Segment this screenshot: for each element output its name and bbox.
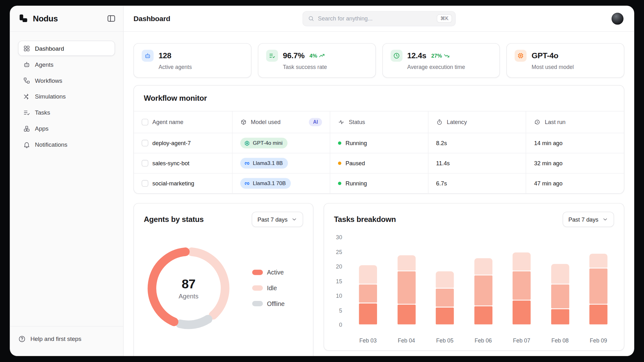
bar-segment <box>359 303 377 325</box>
help-link[interactable]: Help and first steps <box>18 331 115 347</box>
sidebar-item-workflows[interactable]: Workflows <box>18 73 115 88</box>
stat-label: Active agents <box>158 64 243 71</box>
sidebar-item-label: Simulations <box>35 93 66 100</box>
x-axis-label: Feb 07 <box>503 337 540 344</box>
status-label: Running <box>346 180 367 187</box>
bar-feb-09 <box>589 254 607 325</box>
search-input[interactable]: Search for anything... ⌘K <box>302 11 455 26</box>
status-dot <box>338 141 341 144</box>
workflow-table: Agent nameModel usedAIStatusLatencyLast … <box>134 111 624 193</box>
tasks-breakdown-card: Tasks breakdown Past 7 days 051015202530… <box>324 203 624 351</box>
select-all-checkbox[interactable] <box>142 119 148 125</box>
y-axis-label: 25 <box>324 249 342 256</box>
sidebar-item-apps[interactable]: Apps <box>18 121 115 136</box>
bar-segment <box>551 284 569 308</box>
column-header-status: Status <box>330 111 428 133</box>
bar-feb-07 <box>513 252 530 324</box>
legend-item-offline: Offline <box>252 298 285 308</box>
table-row-sales-sync-bot[interactable]: sales-sync-botLlama3.1 8BPaused11.4s32 m… <box>134 153 624 173</box>
bar-segment <box>397 271 415 304</box>
chevron-down-icon <box>291 216 297 223</box>
workflow-monitor-card: Workflow monitor Agent nameModel usedAIS… <box>133 85 624 194</box>
history-icon <box>534 119 541 125</box>
sidebar-footer: Help and first steps <box>10 326 123 356</box>
stat-card-average-execution-time: 12.4s27%Average execution time <box>382 43 500 78</box>
row-checkbox[interactable] <box>142 180 148 187</box>
model-badge: Llama3.1 70B <box>240 178 291 189</box>
sidebar-header: Nodus <box>10 6 123 31</box>
donut-segment-offline <box>180 319 208 325</box>
bar-segment <box>513 271 530 300</box>
sidebar: Nodus DashboardAgentsWorkflowsSimulation… <box>10 6 124 356</box>
grid-icon <box>23 45 31 52</box>
donut-segment-idle <box>192 252 225 315</box>
brand-name: Nodus <box>33 14 58 23</box>
bar-segment <box>359 284 377 303</box>
latency-cell: 8.2s <box>428 133 526 153</box>
tasks-bar-chart: 051015202530Feb 03Feb 04Feb 05Feb 06Feb … <box>324 204 624 350</box>
workflow-monitor-header: Workflow monitor <box>134 86 624 111</box>
stat-card-active-agents: 128Active agents <box>133 43 251 78</box>
model-cell: GPT-4o mini <box>232 133 330 153</box>
legend-swatch <box>252 269 263 275</box>
column-label: Model used <box>251 119 281 125</box>
bar-segment <box>551 264 569 283</box>
help-icon <box>18 335 26 343</box>
bar-segment <box>513 300 530 324</box>
sidebar-item-notifications[interactable]: Notifications <box>18 137 115 152</box>
app-window: Nodus DashboardAgentsWorkflowsSimulation… <box>10 6 634 356</box>
latency-cell: 11.4s <box>428 153 526 173</box>
bar-feb-08 <box>551 264 569 324</box>
agent-name: sales-sync-bot <box>153 160 190 167</box>
stat-cards-row: 128Active agents96.7%4%Task success rate… <box>133 43 624 78</box>
bar-feb-06 <box>474 258 492 325</box>
sidebar-item-dashboard[interactable]: Dashboard <box>18 41 115 56</box>
workflow-icon <box>23 77 31 84</box>
legend-label: Idle <box>267 284 277 291</box>
bar-segment <box>474 276 492 306</box>
last-run-cell: 47 min ago <box>526 173 624 193</box>
sidebar-item-agents[interactable]: Agents <box>18 57 115 72</box>
status-cell: Running <box>330 173 428 193</box>
model-cell: Llama3.1 70B <box>232 173 330 193</box>
stat-delta: 4% <box>309 53 325 59</box>
legend-item-idle: Idle <box>252 283 285 293</box>
sidebar-item-label: Tasks <box>35 109 50 116</box>
row-checkbox[interactable] <box>142 160 148 167</box>
ai-badge: AI <box>309 118 322 126</box>
column-header-agent-name: Agent name <box>134 111 232 133</box>
x-axis-label: Feb 03 <box>350 337 387 344</box>
x-axis-label: Feb 04 <box>388 337 425 344</box>
stat-card-task-success-rate: 96.7%4%Task success rate <box>258 43 376 78</box>
desktop-background: Nodus DashboardAgentsWorkflowsSimulation… <box>0 0 644 362</box>
sidebar-item-label: Notifications <box>35 141 67 148</box>
bar-segment <box>474 258 492 275</box>
legend-swatch <box>252 285 263 291</box>
sidebar-item-simulations[interactable]: Simulations <box>18 89 115 104</box>
x-axis-label: Feb 08 <box>541 337 579 344</box>
table-row-social-marketing[interactable]: social-marketingLlama3.1 70BRunning6.7s4… <box>134 173 624 193</box>
row-checkbox[interactable] <box>142 140 148 146</box>
bar-segment <box>589 268 607 304</box>
stat-value: 128 <box>158 51 171 60</box>
legend-label: Offline <box>267 300 285 307</box>
sidebar-item-tasks[interactable]: Tasks <box>18 105 115 120</box>
bar-segment <box>359 265 377 284</box>
search-placeholder: Search for anything... <box>318 15 433 22</box>
model-badge: Llama3.1 8B <box>240 158 288 168</box>
table-row-deploy-agent-7[interactable]: deploy-agent-7GPT-4o miniRunning8.2s14 m… <box>134 133 624 153</box>
agents-range-select[interactable]: Past 7 days <box>252 212 303 227</box>
openai-logo-icon <box>244 140 250 146</box>
agents-by-status-card: Agents by status Past 7 days 87 Agents <box>133 203 313 356</box>
sidebar-collapse-button[interactable] <box>107 14 116 23</box>
agents-range-label: Past 7 days <box>258 216 288 223</box>
sidebar-item-label: Workflows <box>35 77 62 84</box>
y-axis-label: 15 <box>324 278 342 285</box>
clock-icon <box>390 50 402 62</box>
agent-name-cell: deploy-agent-7 <box>134 133 232 153</box>
model-badge: GPT-4o mini <box>240 138 288 148</box>
avatar[interactable] <box>612 13 624 25</box>
meta-logo-icon <box>244 180 250 187</box>
cube-icon <box>240 119 247 125</box>
bar-segment <box>436 289 454 307</box>
